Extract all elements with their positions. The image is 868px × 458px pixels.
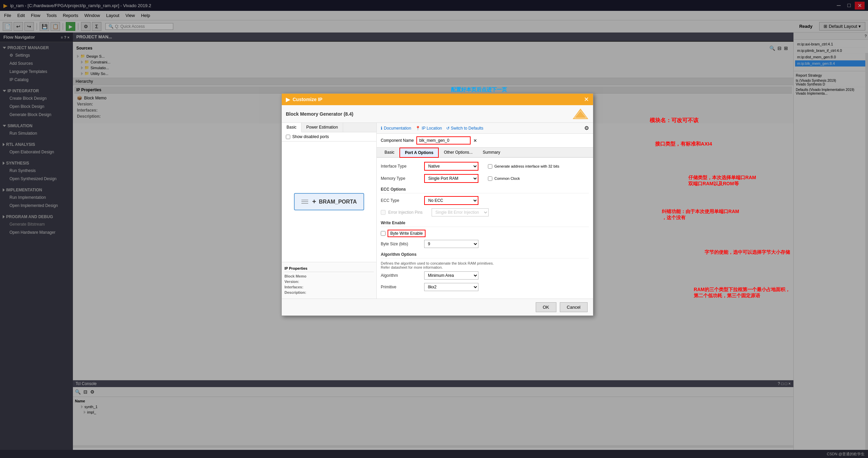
port-a-options-tab-label: Port A Options [405,150,433,155]
algorithm-options-label: Algorithm Options [381,252,416,257]
algo-desc-line1: Defines the algorithm used to concatenat… [381,261,589,265]
cancel-button[interactable]: Cancel [560,302,588,312]
component-name-clear[interactable]: ✕ [473,138,477,143]
config-tabs: Basic Port A Options Other Options... Su… [377,148,593,158]
annotation-module-text: 模块名：可改可不该 [650,117,698,123]
byte-size-select[interactable]: 9 8 16 32 [424,240,478,248]
ip-interfaces-row: Interfaces: [284,285,374,289]
ip-location-label: IP Location [422,126,442,131]
annotation-interface-text: 接口类型，有标准和AXI4 [655,141,712,147]
tab-ip-symbol[interactable]: Basic [282,123,301,132]
dialog-title-left: ▶ Customize IP [286,96,322,103]
ecc-type-row: ECC Type No ECC Hamming ECC SECDED ECC [381,196,589,205]
basic-tab-label: Basic [384,150,394,155]
component-name-label: Component Name [381,138,414,143]
generator-title-row: Block Memory Generator (8.4) [282,105,593,123]
documentation-label: Documentation [384,126,411,131]
interface-type-row: Interface Type Native AXI4 Generate addr… [381,162,589,171]
byte-size-row: Byte Size (bits) 9 8 16 32 [381,240,589,248]
annotation-ecc-text: 纠错功能：由于本次使用单端口RAM ，这个没有 [662,209,739,220]
annotation-byte-note: 字节的使能，选中可以选择字节大小存储 [705,249,790,255]
plus-icon: + [312,198,316,206]
tab-port-a-options[interactable]: Port A Options [399,148,439,158]
top-links: ℹ Documentation 📍 IP Location ↺ Switch t… [381,126,484,131]
algorithm-select[interactable]: Minimum Area Low Power Fixed Primitive [424,271,478,280]
component-name-input[interactable] [416,136,471,145]
dialog-top-bar: ℹ Documentation 📍 IP Location ↺ Switch t… [377,123,593,134]
ip-config-panel: ℹ Documentation 📍 IP Location ↺ Switch t… [377,123,593,299]
generate-address-label: Generate address interface with 32 bits [494,164,559,168]
bram-port-lines [301,200,308,204]
memory-type-row: Memory Type Single Port RAM Simple Dual … [381,174,589,183]
ip-name-label: Block Memo [284,274,312,278]
annotation-memory-text: 仔储类型，本次选择单端口RAM 双端口RAM以及ROM等 [688,175,756,186]
primitive-row: Primitive 8kx2 8kx1 [381,283,589,291]
tab-basic[interactable]: Basic [379,148,399,158]
tab-other-options[interactable]: Other Options... [439,148,478,158]
primitive-label: Primitive [381,285,421,289]
algorithm-label: Algorithm [381,273,421,278]
power-estimation-label: Power Estimation [306,125,338,130]
dialog-container: ▶ Customize IP ✕ Block Memory Generator … [264,93,604,365]
interface-type-select[interactable]: Native AXI4 [424,162,478,171]
byte-write-enable-checkbox[interactable] [381,231,386,236]
byte-size-label: Byte Size (bits) [381,242,421,246]
documentation-link[interactable]: ℹ Documentation [381,126,411,131]
port-line-3 [301,203,308,204]
annotation-ecc-note: 纠错功能：由于本次使用单端口RAM ，这个没有 [662,209,739,221]
primitive-select[interactable]: 8kx2 8kx1 [424,283,478,291]
dialog-close-button[interactable]: ✕ [584,96,589,103]
ip-props-title: IP Properties [284,265,374,272]
ip-desc-row: Description: [284,290,374,294]
switch-defaults-link[interactable]: ↺ Switch to Defaults [446,126,484,131]
switch-defaults-label: Switch to Defaults [451,126,484,131]
memory-type-select[interactable]: Single Port RAM Simple Dual Port RAM Tru… [424,174,478,183]
doc-icon: ℹ [381,126,382,131]
annotation-memory-type: 仔储类型，本次选择单端口RAM 双端口RAM以及ROM等 [688,175,756,187]
bram-symbol: + BRAM_PORTA [294,193,364,210]
generator-title: Block Memory Generator (8.4) [286,111,353,117]
write-enable-label: Write Enable [381,221,405,225]
generate-address-row: Generate address interface with 32 bits [488,164,559,169]
ip-version-row: Version: [284,280,374,284]
write-enable-title: Write Enable [381,221,589,227]
error-injection-select[interactable]: Single Bit Error Injection Double Bit Er… [432,208,489,216]
algorithm-description: Defines the algorithm used to concatenat… [381,261,589,269]
algo-desc-line2: Refer datasheet for more information. [381,265,589,269]
vivado-logo-area [572,108,589,120]
interfaces-key: Interfaces: [284,285,312,289]
config-content: Interface Type Native AXI4 Generate addr… [377,158,593,299]
location-icon: 📍 [415,126,420,131]
customize-ip-title: Customize IP [293,97,322,102]
annotation-module-name: 模块名：可改可不该 [650,117,698,124]
customize-ip-dialog: ▶ Customize IP ✕ Block Memory Generator … [281,93,593,316]
vivado-logo [572,108,589,120]
annotation-config-page: 配置好本页后点进下一页 [451,87,507,93]
ip-location-link[interactable]: 📍 IP Location [415,126,442,131]
ok-button[interactable]: OK [536,302,556,312]
config-panel-settings[interactable]: ⚙ [584,125,589,131]
generate-address-checkbox[interactable] [488,164,492,169]
ip-prop-name-row: Block Memo [284,274,374,278]
dialog-title-bar: ▶ Customize IP ✕ [282,94,593,105]
modal-overlay: ▶ Customize IP ✕ Block Memory Generator … [0,0,868,458]
annotation-byte-text: 字节的使能，选中可以选择字节大小存储 [705,249,790,255]
common-clock-checkbox[interactable] [488,176,492,181]
summary-tab-label: Summary [483,150,500,155]
show-disabled-label: Show disabled ports [292,134,329,139]
common-clock-row: Common Clock [488,176,520,181]
annotation-interface-type: 接口类型，有标准和AXI4 [655,141,712,147]
show-disabled-ports-row: Show disabled ports [282,132,376,141]
tab-power-estimation[interactable]: Power Estimation [301,123,343,132]
ecc-type-select[interactable]: No ECC Hamming ECC SECDED ECC [424,196,478,205]
port-line-1 [301,200,308,200]
tab-summary[interactable]: Summary [478,148,505,158]
description-key: Description: [284,290,312,294]
annotation-algorithm-text: RAM的三个类型下拉框第一个最小占地面积， 第二个低功耗，第三个固定原语 [694,287,790,298]
show-disabled-ports-checkbox[interactable] [286,135,290,139]
annotation-config-text: 配置好本页后点进下一页 [451,87,507,92]
error-injection-checkbox[interactable] [381,210,386,215]
ip-left-panel: Basic Power Estimation Show disabled por… [282,123,377,299]
vivado-icon: ▶ [286,96,290,103]
ecc-options-title: ECC Options [381,187,589,193]
